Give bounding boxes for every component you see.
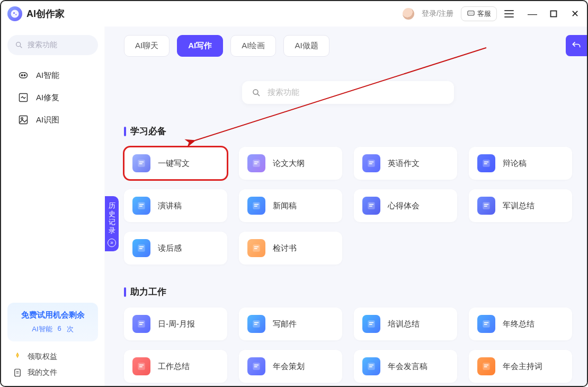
sidebar: 搜索功能 AI智能 AI修复 AI识图 免费试用机会剩余 AI智能 6 次 bbox=[1, 27, 105, 386]
svg-rect-68 bbox=[254, 366, 257, 367]
card-0-8[interactable]: 读后感 bbox=[124, 232, 227, 265]
card-0-9[interactable]: 检讨书 bbox=[239, 232, 342, 265]
card-0-7[interactable]: 军训总结 bbox=[469, 189, 572, 222]
card-label: 辩论稿 bbox=[503, 159, 527, 169]
card-1-6[interactable]: 年会发言稿 bbox=[354, 350, 457, 383]
my-files[interactable]: 我的文件 bbox=[13, 368, 93, 377]
tab-3[interactable]: AI做题 bbox=[283, 35, 329, 57]
card-0-6[interactable]: 心得体会 bbox=[354, 189, 457, 222]
card-icon bbox=[362, 357, 380, 375]
svg-rect-34 bbox=[139, 204, 144, 205]
svg-point-15 bbox=[21, 118, 23, 119]
svg-line-20 bbox=[257, 94, 260, 96]
card-icon bbox=[247, 197, 265, 215]
svg-point-2 bbox=[15, 14, 16, 15]
card-0-0[interactable]: 一键写文 bbox=[124, 147, 227, 180]
card-1-3[interactable]: 年终总结 bbox=[469, 307, 572, 340]
card-0-1[interactable]: 论文大纲 bbox=[239, 147, 342, 180]
card-1-4[interactable]: 工作总结 bbox=[124, 350, 227, 383]
card-0-3[interactable]: 辩论稿 bbox=[469, 147, 572, 180]
svg-rect-47 bbox=[139, 248, 142, 249]
minimize-button[interactable]: — bbox=[527, 8, 538, 20]
card-label: 写邮件 bbox=[273, 319, 297, 329]
svg-rect-53 bbox=[139, 324, 142, 325]
card-1-1[interactable]: 写邮件 bbox=[239, 307, 342, 340]
undo-button[interactable] bbox=[566, 35, 587, 56]
svg-rect-35 bbox=[139, 206, 142, 207]
tab-0[interactable]: AI聊天 bbox=[124, 35, 170, 57]
svg-rect-65 bbox=[139, 366, 142, 367]
center-search[interactable]: 搜索功能 bbox=[242, 81, 454, 104]
sidebar-item-ai-recognize[interactable]: AI识图 bbox=[18, 115, 98, 125]
section-title: 助力工作 bbox=[124, 286, 572, 298]
card-label: 军训总结 bbox=[503, 201, 534, 211]
svg-point-4 bbox=[469, 13, 470, 13]
sidebar-item-ai-smart[interactable]: AI智能 bbox=[18, 70, 98, 81]
card-label: 检讨书 bbox=[273, 243, 297, 253]
svg-rect-28 bbox=[369, 162, 373, 163]
sidebar-item-ai-repair[interactable]: AI修复 bbox=[18, 92, 98, 103]
svg-rect-43 bbox=[484, 204, 488, 205]
svg-line-9 bbox=[20, 46, 22, 48]
tabs: AI聊天AI写作AI绘画AI做题 bbox=[124, 35, 572, 57]
svg-rect-73 bbox=[484, 365, 488, 366]
card-label: 演讲稿 bbox=[158, 201, 182, 211]
card-label: 论文大纲 bbox=[273, 159, 305, 169]
app-title: AI创作家 bbox=[26, 7, 65, 20]
card-0-2[interactable]: 英语作文 bbox=[354, 147, 457, 180]
card-1-5[interactable]: 年会策划 bbox=[239, 350, 342, 383]
history-tab[interactable]: 历史记录 » bbox=[105, 196, 119, 251]
svg-point-12 bbox=[24, 75, 25, 76]
customer-service-button[interactable]: 客服 bbox=[461, 6, 497, 21]
ai-recognize-icon bbox=[18, 115, 29, 125]
avatar[interactable] bbox=[403, 8, 414, 20]
svg-point-5 bbox=[470, 13, 471, 13]
card-0-4[interactable]: 演讲稿 bbox=[124, 189, 227, 222]
svg-rect-10 bbox=[20, 73, 28, 78]
card-icon bbox=[247, 154, 265, 172]
card-1-2[interactable]: 培训总结 bbox=[354, 307, 457, 340]
svg-rect-37 bbox=[254, 204, 259, 205]
main-content: AI聊天AI写作AI绘画AI做题 搜索功能 学习必备一键写文论文大纲英语作文辩论… bbox=[105, 27, 587, 386]
svg-rect-64 bbox=[139, 365, 144, 366]
svg-rect-74 bbox=[484, 366, 487, 367]
card-label: 年终总结 bbox=[503, 319, 534, 329]
maximize-button[interactable] bbox=[548, 8, 559, 20]
card-1-7[interactable]: 年会主持词 bbox=[469, 350, 572, 383]
tab-2[interactable]: AI绘画 bbox=[230, 35, 276, 57]
svg-rect-44 bbox=[484, 206, 487, 207]
card-icon bbox=[132, 154, 150, 172]
trial-card: 免费试用机会剩余 AI智能 6 次 bbox=[7, 303, 98, 341]
svg-rect-46 bbox=[139, 247, 144, 248]
card-label: 一键写文 bbox=[158, 159, 190, 169]
card-label: 日-周-月报 bbox=[158, 319, 195, 329]
card-icon bbox=[132, 315, 150, 333]
svg-rect-58 bbox=[369, 322, 373, 323]
claim-benefits[interactable]: 领取权益 bbox=[13, 352, 93, 362]
card-icon bbox=[477, 154, 495, 172]
card-0-5[interactable]: 新闻稿 bbox=[239, 189, 342, 222]
card-icon bbox=[477, 197, 495, 215]
ai-smart-icon bbox=[18, 70, 29, 81]
card-icon bbox=[247, 315, 265, 333]
svg-rect-32 bbox=[484, 163, 487, 164]
section-title: 学习必备 bbox=[124, 125, 572, 137]
card-1-0[interactable]: 日-周-月报 bbox=[124, 307, 227, 340]
svg-rect-50 bbox=[254, 248, 257, 249]
card-icon bbox=[362, 154, 380, 172]
svg-rect-22 bbox=[139, 162, 144, 163]
login-link[interactable]: 登录/注册 bbox=[422, 9, 453, 19]
sidebar-search[interactable]: 搜索功能 bbox=[7, 35, 98, 55]
svg-rect-23 bbox=[139, 163, 142, 164]
tab-1[interactable]: AI写作 bbox=[177, 35, 223, 57]
svg-rect-71 bbox=[369, 366, 372, 367]
close-button[interactable]: ✕ bbox=[569, 8, 581, 20]
svg-rect-14 bbox=[20, 116, 28, 124]
app-logo bbox=[7, 6, 22, 21]
titlebar: AI创作家 登录/注册 客服 — ✕ bbox=[1, 1, 587, 27]
svg-rect-25 bbox=[254, 162, 259, 163]
menu-icon[interactable] bbox=[504, 10, 514, 17]
svg-rect-40 bbox=[369, 204, 373, 205]
svg-rect-62 bbox=[484, 324, 487, 325]
svg-rect-38 bbox=[254, 206, 257, 207]
